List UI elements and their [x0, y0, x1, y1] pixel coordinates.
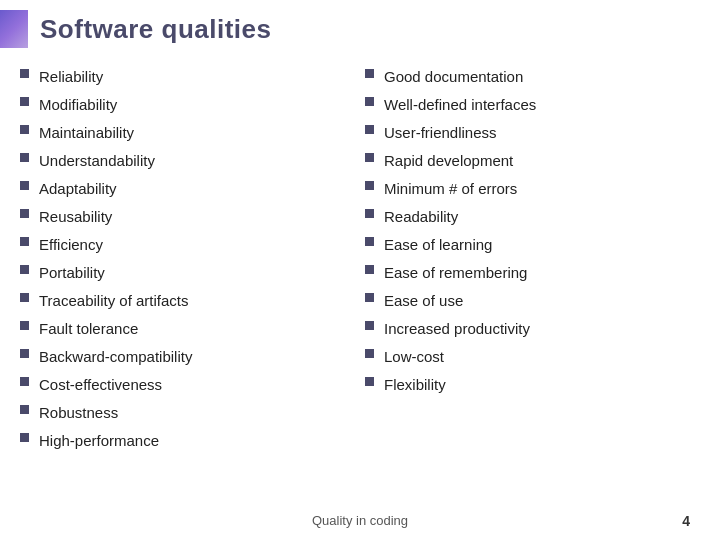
right-bullet-list: Good documentationWell-defined interface…	[365, 66, 690, 395]
right-item-text: Flexibility	[384, 374, 446, 395]
bullet-icon	[20, 321, 29, 330]
list-item: Reusability	[20, 206, 345, 227]
left-bullet-list: ReliabilityModifiabilityMaintainabilityU…	[20, 66, 345, 451]
list-item: User-friendliness	[365, 122, 690, 143]
bullet-icon	[365, 237, 374, 246]
right-item-text: Increased productivity	[384, 318, 530, 339]
left-item-text: Robustness	[39, 402, 118, 423]
bullet-icon	[365, 209, 374, 218]
right-item-text: User-friendliness	[384, 122, 497, 143]
bullet-icon	[20, 153, 29, 162]
bullet-icon	[365, 181, 374, 190]
slide-footer: Quality in coding 4	[0, 513, 720, 528]
bullet-icon	[365, 321, 374, 330]
bullet-icon	[20, 433, 29, 442]
bullet-icon	[365, 377, 374, 386]
list-item: Minimum # of errors	[365, 178, 690, 199]
right-item-text: Ease of use	[384, 290, 463, 311]
right-item-text: Minimum # of errors	[384, 178, 517, 199]
left-item-text: Modifiability	[39, 94, 117, 115]
right-item-text: Readability	[384, 206, 458, 227]
bullet-icon	[20, 349, 29, 358]
left-item-text: Adaptability	[39, 178, 117, 199]
right-column: Good documentationWell-defined interface…	[365, 66, 690, 540]
list-item: Good documentation	[365, 66, 690, 87]
bullet-icon	[365, 293, 374, 302]
right-item-text: Rapid development	[384, 150, 513, 171]
slide: Software qualities ReliabilityModifiabil…	[0, 0, 720, 540]
slide-content: ReliabilityModifiabilityMaintainabilityU…	[0, 66, 720, 540]
right-item-text: Low-cost	[384, 346, 444, 367]
bullet-icon	[365, 97, 374, 106]
right-item-text: Ease of remembering	[384, 262, 527, 283]
left-item-text: Cost-effectiveness	[39, 374, 162, 395]
list-item: Modifiability	[20, 94, 345, 115]
left-item-text: Traceability of artifacts	[39, 290, 189, 311]
left-item-text: Reusability	[39, 206, 112, 227]
list-item: Well-defined interfaces	[365, 94, 690, 115]
bullet-icon	[365, 153, 374, 162]
list-item: Low-cost	[365, 346, 690, 367]
slide-header: Software qualities	[0, 0, 720, 56]
left-item-text: Reliability	[39, 66, 103, 87]
footer-page-number: 4	[682, 513, 690, 529]
bullet-icon	[20, 97, 29, 106]
list-item: Efficiency	[20, 234, 345, 255]
right-item-text: Ease of learning	[384, 234, 492, 255]
bullet-icon	[20, 293, 29, 302]
bullet-icon	[20, 181, 29, 190]
list-item: Maintainability	[20, 122, 345, 143]
list-item: Ease of use	[365, 290, 690, 311]
list-item: Flexibility	[365, 374, 690, 395]
bullet-icon	[365, 69, 374, 78]
list-item: Understandability	[20, 150, 345, 171]
right-item-text: Well-defined interfaces	[384, 94, 536, 115]
left-item-text: Portability	[39, 262, 105, 283]
list-item: Traceability of artifacts	[20, 290, 345, 311]
slide-title: Software qualities	[40, 14, 272, 45]
left-item-text: Fault tolerance	[39, 318, 138, 339]
list-item: Ease of learning	[365, 234, 690, 255]
bullet-icon	[365, 265, 374, 274]
left-item-text: Backward-compatibility	[39, 346, 192, 367]
left-column: ReliabilityModifiabilityMaintainabilityU…	[20, 66, 345, 540]
list-item: Fault tolerance	[20, 318, 345, 339]
bullet-icon	[20, 377, 29, 386]
footer-label: Quality in coding	[30, 513, 690, 528]
list-item: Backward-compatibility	[20, 346, 345, 367]
list-item: Adaptability	[20, 178, 345, 199]
bullet-icon	[20, 69, 29, 78]
bullet-icon	[365, 125, 374, 134]
list-item: High-performance	[20, 430, 345, 451]
bullet-icon	[20, 209, 29, 218]
left-item-text: High-performance	[39, 430, 159, 451]
right-item-text: Good documentation	[384, 66, 523, 87]
list-item: Ease of remembering	[365, 262, 690, 283]
list-item: Readability	[365, 206, 690, 227]
list-item: Reliability	[20, 66, 345, 87]
bullet-icon	[365, 349, 374, 358]
left-item-text: Understandability	[39, 150, 155, 171]
bullet-icon	[20, 265, 29, 274]
bullet-icon	[20, 405, 29, 414]
header-accent-block	[0, 10, 28, 48]
left-item-text: Efficiency	[39, 234, 103, 255]
list-item: Cost-effectiveness	[20, 374, 345, 395]
bullet-icon	[20, 125, 29, 134]
list-item: Robustness	[20, 402, 345, 423]
bullet-icon	[20, 237, 29, 246]
list-item: Portability	[20, 262, 345, 283]
left-item-text: Maintainability	[39, 122, 134, 143]
list-item: Rapid development	[365, 150, 690, 171]
list-item: Increased productivity	[365, 318, 690, 339]
